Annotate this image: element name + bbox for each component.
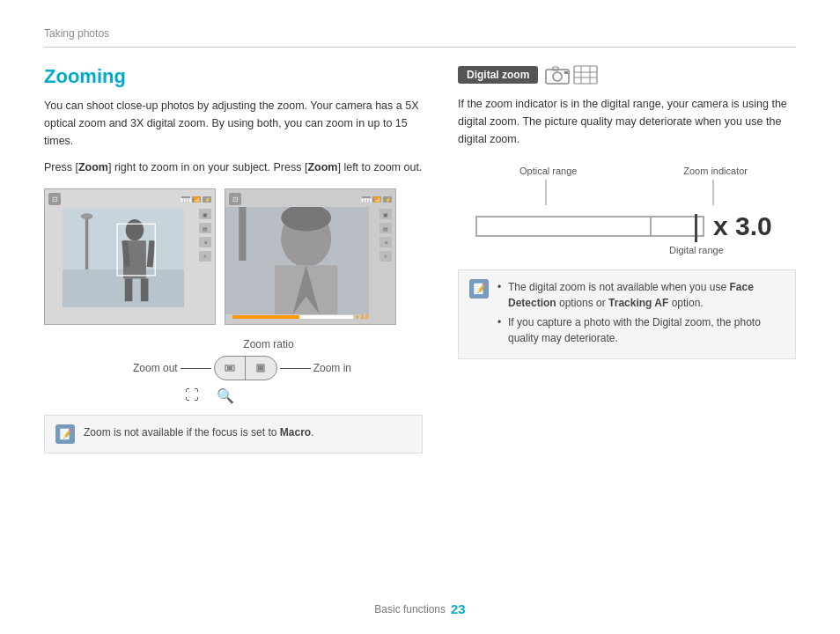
left-column: Zooming You can shoot close-up photos by… bbox=[44, 65, 423, 453]
zoom-diagram: Optical range Zoom indicator bbox=[475, 166, 796, 255]
svg-rect-9 bbox=[141, 278, 149, 301]
camera-icon bbox=[545, 65, 570, 85]
svg-rect-18 bbox=[227, 366, 232, 370]
page-footer: Basic functions 23 bbox=[0, 601, 840, 616]
signal-icon-r: 📶 bbox=[372, 196, 381, 203]
zoom-track-row: x 3.0 bbox=[475, 211, 796, 241]
lcd-right-icon-r4: ± bbox=[379, 251, 392, 262]
camera-lcd-left: ⊡ ▮▮▮▮ 📶 ⚡ ▣ ▤ ☀ ± bbox=[44, 188, 216, 325]
breadcrumb: Taking photos bbox=[44, 26, 796, 48]
lcd-right-icon-4: ± bbox=[199, 251, 211, 262]
zoom-wide-icon bbox=[225, 364, 235, 372]
zoom-icons-row: ⛶ 🔍 bbox=[185, 387, 423, 404]
lcd-right-icon-1: ▣ bbox=[199, 209, 211, 219]
note-icon-left: 📝 bbox=[55, 424, 75, 444]
body-paragraph-1: You can shoot close-up photos by adjusti… bbox=[44, 97, 423, 150]
note-text-prefix: Zoom is not available if the focus is se… bbox=[84, 426, 280, 439]
lcd-top-bar-left: ⊡ ▮▮▮▮ 📶 ⚡ bbox=[48, 193, 211, 205]
lcd-right-icons-right: ▣ ▤ ☀ ± bbox=[379, 209, 392, 262]
diagram-label-area: Optical range Zoom indicator bbox=[475, 166, 796, 210]
note-box-right: 📝 The digital zoom is not available when… bbox=[458, 269, 796, 359]
zoom-in-label: Zoom in bbox=[313, 362, 351, 374]
flash-icon-r: ⚡ bbox=[383, 196, 392, 203]
zoom-ratio-label: Zoom ratio bbox=[243, 338, 293, 350]
digital-range-label: Digital range bbox=[669, 245, 796, 255]
zoom-fill bbox=[232, 315, 299, 319]
breadcrumb-text: Taking photos bbox=[44, 27, 109, 40]
svg-rect-20 bbox=[258, 365, 263, 371]
lcd-scene-left bbox=[63, 209, 184, 324]
lcd-scene-right bbox=[225, 207, 369, 308]
scene-svg-right bbox=[225, 207, 369, 314]
digital-zoom-badge: Digital zoom bbox=[458, 66, 538, 84]
digital-zoom-header: Digital zoom bbox=[458, 65, 796, 85]
note-icon-right: 📝 bbox=[469, 279, 489, 299]
note-text-suffix: . bbox=[311, 426, 313, 439]
digital-zoom-description: If the zoom indicator is in the digital … bbox=[458, 95, 796, 148]
connector-lines bbox=[475, 166, 796, 210]
bullet1-prefix: The digital zoom is not available when y… bbox=[508, 281, 729, 293]
zoom-track-digital bbox=[652, 216, 704, 237]
note-bullet-list: The digital zoom is not available when y… bbox=[497, 279, 785, 350]
note-bullet-1: The digital zoom is not available when y… bbox=[497, 279, 785, 311]
zoom-x-value: x 3.0 bbox=[713, 211, 772, 241]
page-container: Taking photos Zooming You can shoot clos… bbox=[0, 0, 840, 634]
zoom-keyword-2: Zoom bbox=[307, 161, 337, 173]
note-text-left: Zoom is not available if the focus is se… bbox=[84, 424, 313, 440]
right-column: Digital zoom bbox=[458, 65, 796, 453]
telephoto-icon: 🔍 bbox=[217, 387, 234, 404]
body-paragraph-2: Press [Zoom] right to zoom in on your su… bbox=[44, 158, 423, 176]
svg-rect-25 bbox=[574, 66, 597, 84]
zoom-button-widget[interactable] bbox=[214, 356, 277, 380]
zoom-track bbox=[232, 315, 353, 319]
lcd-right-icons-left: ▣ ▤ ☀ ± bbox=[199, 209, 211, 262]
wide-angle-icon: ⛶ bbox=[185, 387, 199, 404]
svg-point-22 bbox=[553, 72, 562, 81]
zoom-wide-button[interactable] bbox=[215, 357, 247, 380]
camera-images-row: ⊡ ▮▮▮▮ 📶 ⚡ ▣ ▤ ☀ ± bbox=[44, 188, 423, 325]
svg-rect-23 bbox=[553, 67, 558, 70]
scene-svg-left bbox=[63, 209, 184, 307]
zoom-out-line bbox=[181, 368, 211, 369]
lcd-top-bar-right: ⊡ ▮▮▮▮ 📶 ⚡ bbox=[229, 193, 392, 205]
battery-icon: ▮▮▮▮ bbox=[181, 196, 190, 203]
lcd-right-icon-r1: ▣ bbox=[379, 209, 392, 219]
svg-rect-12 bbox=[239, 207, 246, 261]
zoom-indicator-marker bbox=[695, 214, 697, 242]
lcd-right-icon-3: ☀ bbox=[199, 237, 211, 247]
note-box-left: 📝 Zoom is not available if the focus is … bbox=[44, 415, 423, 453]
zoom-value-badge: x 3.0 bbox=[355, 313, 369, 320]
svg-point-4 bbox=[126, 219, 144, 240]
zoom-controls-row: Zoom out Zoom in bbox=[62, 356, 423, 380]
bullet1-suffix: option. bbox=[668, 297, 703, 309]
lcd-status-icons-right: ▮▮▮▮ 📶 ⚡ bbox=[362, 196, 392, 203]
content-columns: Zooming You can shoot close-up photos by… bbox=[44, 65, 796, 453]
zoom-tele-button[interactable] bbox=[246, 357, 276, 380]
footer-label: Basic functions bbox=[374, 603, 446, 616]
zoom-bar-overlay: x 3.0 bbox=[232, 313, 369, 320]
lcd-right-icon-2: ▤ bbox=[199, 223, 211, 233]
note-macro-bold: Macro bbox=[280, 426, 311, 439]
flash-icon: ⚡ bbox=[203, 196, 211, 203]
battery-icon-r: ▮▮▮▮ bbox=[362, 196, 371, 203]
camera-mode-icon-left: ⊡ bbox=[48, 193, 61, 205]
zoom-out-label: Zoom out bbox=[133, 362, 178, 374]
bullet1-mid: options or bbox=[556, 297, 608, 309]
svg-rect-8 bbox=[125, 278, 133, 301]
signal-icon: 📶 bbox=[192, 196, 201, 203]
svg-point-3 bbox=[81, 213, 93, 219]
zoom-ratio-area: Zoom ratio bbox=[114, 337, 423, 350]
zoom-keyword-1: Zoom bbox=[78, 161, 108, 173]
zoom-track-optical bbox=[475, 216, 652, 237]
scene-mode-icon bbox=[573, 65, 598, 85]
zoom-tele-icon bbox=[255, 364, 266, 372]
camera-mode-icon-right: ⊡ bbox=[229, 193, 241, 205]
tracking-af-bold: Tracking AF bbox=[608, 297, 668, 309]
footer-page-number: 23 bbox=[451, 601, 466, 616]
svg-rect-2 bbox=[85, 217, 88, 269]
section-title: Zooming bbox=[44, 65, 423, 88]
lcd-right-icon-r2: ▤ bbox=[379, 223, 392, 233]
zoom-in-line bbox=[280, 368, 311, 369]
camera-icons-row bbox=[545, 65, 598, 85]
lcd-right-icon-r3: ☀ bbox=[379, 237, 392, 247]
